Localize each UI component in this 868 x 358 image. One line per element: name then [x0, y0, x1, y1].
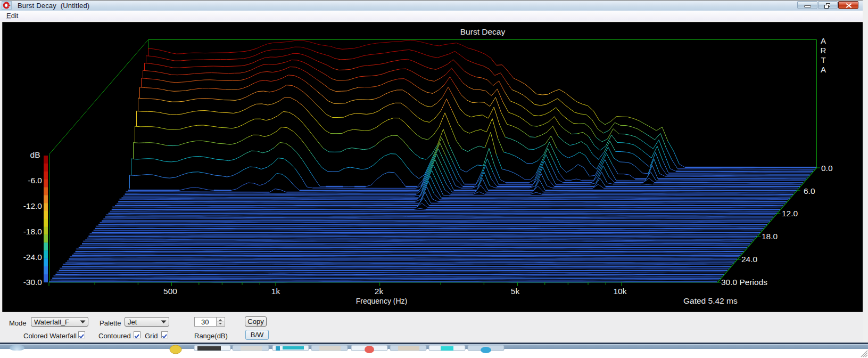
svg-text:T: T [821, 55, 825, 64]
svg-text:6.0: 6.0 [804, 186, 815, 196]
svg-text:500: 500 [163, 287, 177, 296]
svg-text:-30.0: -30.0 [23, 278, 43, 287]
svg-text:30.0 Periods: 30.0 Periods [721, 278, 767, 287]
svg-text:dB: dB [30, 150, 40, 159]
svg-text:-24.0: -24.0 [23, 253, 43, 262]
svg-text:2k: 2k [375, 287, 384, 296]
svg-text:R: R [821, 46, 826, 55]
svg-text:-12.0: -12.0 [23, 201, 43, 210]
svg-text:-18.0: -18.0 [23, 227, 43, 236]
svg-text:Gated 5.42 ms: Gated 5.42 ms [683, 296, 738, 305]
svg-text:1k: 1k [271, 287, 280, 296]
svg-text:0.0: 0.0 [821, 164, 833, 173]
svg-text:Frequency (Hz): Frequency (Hz) [356, 297, 407, 305]
svg-text:5k: 5k [511, 287, 520, 296]
svg-text:A: A [821, 36, 826, 45]
svg-text:A: A [821, 65, 826, 74]
svg-text:10k: 10k [614, 287, 627, 296]
svg-text:24.0: 24.0 [741, 255, 758, 264]
svg-text:Burst Decay: Burst Decay [460, 27, 506, 36]
svg-text:12.0: 12.0 [782, 209, 798, 218]
svg-text:-6.0: -6.0 [28, 176, 42, 185]
svg-text:18.0: 18.0 [762, 232, 778, 241]
